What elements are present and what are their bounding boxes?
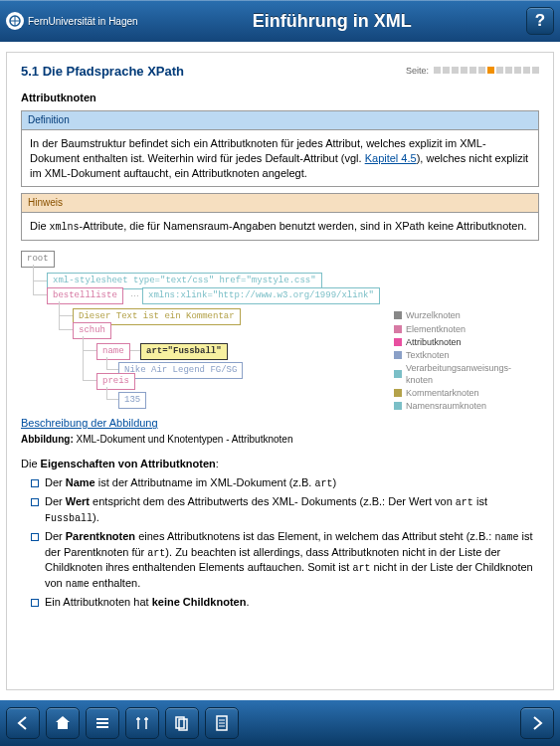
- node-text2: 135: [118, 392, 146, 408]
- properties-intro-1: Die: [21, 458, 41, 469]
- hint-text-1: Die: [30, 220, 50, 232]
- node-text1: Nike Air Legend FG/SG: [118, 362, 243, 378]
- figure-caption-text: XML-Dokument und Knotentypen - Attributk…: [74, 434, 293, 445]
- doc-button[interactable]: [205, 707, 239, 739]
- page-square[interactable]: [496, 67, 503, 74]
- properties-intro-2: :: [216, 458, 219, 469]
- page-square[interactable]: [487, 67, 494, 74]
- list-item: Der Name ist der Attributname im XML-Dok…: [31, 475, 539, 491]
- legend-text: Textknoten: [406, 349, 450, 361]
- node-pi: xml-stylesheet type="text/css" href="mys…: [47, 273, 322, 288]
- node-schuh: schuh: [73, 322, 111, 338]
- page-square[interactable]: [434, 67, 441, 74]
- page-square[interactable]: [523, 67, 530, 74]
- definition-box: Definition In der Baumstruktur befindet …: [21, 110, 539, 187]
- properties-intro: Die Eigenschaften von Attributknoten:: [21, 457, 539, 471]
- page-square[interactable]: [505, 67, 512, 74]
- list-item: Der Parentknoten eines Attributknotens i…: [31, 529, 539, 591]
- node-attr: art="Fussball": [140, 343, 228, 359]
- svg-rect-3: [96, 726, 108, 728]
- toolbar-group: [46, 707, 239, 739]
- content-area: 5.1 Die Pfadsprache XPath Seite: Attribu…: [0, 42, 560, 700]
- tree-diagram: root xml-stylesheet type="text/css" href…: [21, 251, 539, 408]
- chapter-link[interactable]: Kapitel 4.5: [365, 152, 417, 164]
- figure-caption-prefix: Abbildung:: [21, 434, 74, 445]
- page-square[interactable]: [514, 67, 521, 74]
- list-item: Ein Attributknoten hat keine Childknoten…: [31, 595, 539, 610]
- definition-box-body: In der Baumstruktur befindet sich ein At…: [22, 130, 538, 187]
- subheading: Attributknoten: [21, 91, 539, 105]
- node-namespace: xmlns:xlink="http://www.w3.org/1999/xlin…: [142, 287, 380, 303]
- figure-description-link[interactable]: Beschreibung der Abbildung: [21, 416, 158, 431]
- page-square[interactable]: [452, 67, 459, 74]
- page-square[interactable]: [461, 67, 467, 74]
- properties-intro-bold: Eigenschaften von Attributknoten: [41, 458, 216, 469]
- page-indicator: Seite:: [406, 65, 539, 77]
- prev-button[interactable]: [6, 707, 40, 739]
- hint-text-2: -Attribute, die für Namensraum-Angaben b…: [80, 220, 527, 232]
- hint-code: xmlns: [50, 222, 80, 233]
- document-page: 5.1 Die Pfadsprache XPath Seite: Attribu…: [6, 52, 554, 690]
- page-indicator-label: Seite:: [406, 65, 429, 77]
- node-root: root: [21, 251, 55, 267]
- legend-pi: Verarbeitungsanweisungs-knoten: [406, 362, 535, 386]
- pages-button[interactable]: [165, 707, 199, 739]
- figure-caption: Abbildung: XML-Dokument und Knotentypen …: [21, 433, 539, 447]
- definition-box-header: Definition: [22, 111, 538, 130]
- ns-ellipsis: …: [130, 287, 139, 299]
- hint-box-header: Hinweis: [22, 194, 538, 213]
- node-preis: preis: [96, 373, 135, 389]
- brand-text: FernUniversität in Hagen: [28, 16, 138, 27]
- home-button[interactable]: [46, 707, 80, 739]
- legend-attribut: Attributknoten: [406, 336, 462, 348]
- toc-button[interactable]: [86, 707, 119, 739]
- next-button[interactable]: [520, 707, 554, 739]
- page-square[interactable]: [469, 67, 476, 74]
- page-square[interactable]: [478, 67, 485, 74]
- logo-icon: [6, 12, 24, 30]
- legend-ns: Namensraumknoten: [406, 400, 486, 412]
- hint-box-body: Die xmlns-Attribute, die für Namensraum-…: [22, 213, 538, 241]
- svg-rect-2: [96, 722, 108, 724]
- brand-logo: FernUniversität in Hagen: [6, 12, 138, 30]
- page-square[interactable]: [532, 67, 539, 74]
- legend-wurzel: Wurzelknoten: [406, 309, 461, 321]
- properties-list: Der Name ist der Attributname im XML-Dok…: [31, 475, 539, 610]
- svg-rect-1: [96, 718, 108, 720]
- list-item: Der Wert entspricht dem des Attributwert…: [31, 494, 539, 525]
- help-button[interactable]: ?: [526, 7, 554, 35]
- hint-box: Hinweis Die xmlns-Attribute, die für Nam…: [21, 193, 539, 241]
- page-title: Einführung in XML: [138, 11, 526, 32]
- top-bar: FernUniversität in Hagen Einführung in X…: [0, 0, 560, 42]
- tools-button[interactable]: [125, 707, 159, 739]
- bottom-bar: [0, 700, 560, 746]
- diagram-legend: Wurzelknoten Elementknoten Attributknote…: [394, 308, 535, 413]
- page-square[interactable]: [443, 67, 450, 74]
- legend-kommentar: Kommentarknoten: [406, 387, 479, 399]
- legend-element: Elementknoten: [406, 323, 466, 335]
- node-name: name: [96, 343, 130, 359]
